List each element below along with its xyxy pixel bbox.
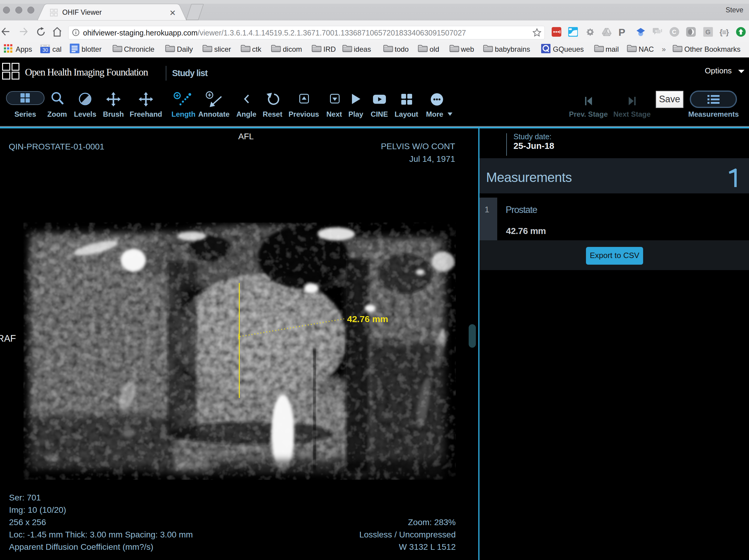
svg-text:a: a [655, 29, 657, 33]
svg-text:C: C [672, 28, 676, 35]
svg-text:G: G [705, 28, 710, 36]
svg-text:30: 30 [42, 47, 48, 53]
